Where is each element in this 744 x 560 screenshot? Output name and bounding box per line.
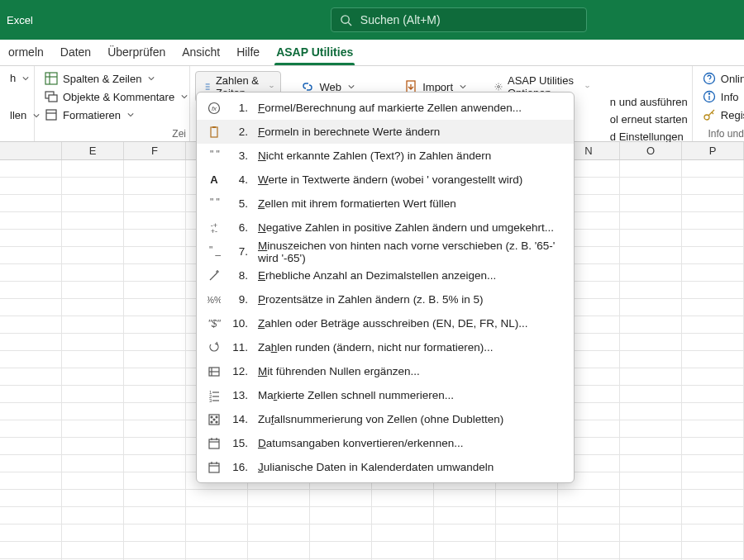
menu-item-7[interactable]: " _7.Minuszeichen von hinten nach vorne …	[197, 240, 574, 263]
ribbon-item-info[interactable]: Info	[701, 89, 744, 104]
cell[interactable]	[682, 386, 744, 402]
cell[interactable]	[62, 507, 124, 524]
cell[interactable]	[124, 524, 186, 541]
ribbon-item-online-faq[interactable]: Online-FAQ	[701, 71, 744, 86]
cell[interactable]	[124, 368, 186, 385]
cell[interactable]	[682, 542, 744, 558]
cell[interactable]	[124, 282, 186, 298]
cell[interactable]	[682, 507, 744, 524]
cell[interactable]	[682, 282, 744, 298]
cell[interactable]	[620, 160, 682, 177]
cell[interactable]	[620, 386, 682, 402]
cell[interactable]	[0, 299, 62, 316]
cell[interactable]	[0, 420, 62, 437]
cell[interactable]	[620, 264, 682, 281]
cell[interactable]	[124, 160, 186, 177]
cell[interactable]	[682, 524, 744, 541]
cell[interactable]	[0, 160, 62, 177]
cell[interactable]	[62, 264, 124, 281]
cell[interactable]	[682, 490, 744, 506]
menu-item-3[interactable]: " "3.Nicht erkannte Zahlen (Text?) in Za…	[197, 144, 574, 168]
cell[interactable]	[62, 230, 124, 246]
cell[interactable]	[620, 195, 682, 211]
cell[interactable]	[186, 542, 248, 558]
cell[interactable]	[124, 195, 186, 211]
cell[interactable]	[0, 438, 62, 454]
cell[interactable]	[620, 299, 682, 316]
menu-item-8[interactable]: 8.Erhebliche Anzahl an Dezimalstellen an…	[197, 263, 574, 287]
cell[interactable]	[62, 316, 124, 333]
cell[interactable]	[558, 542, 620, 558]
cell[interactable]	[62, 160, 124, 177]
cell[interactable]	[620, 334, 682, 350]
cell[interactable]	[124, 299, 186, 316]
cell[interactable]	[620, 438, 682, 454]
cell[interactable]	[0, 195, 62, 211]
cell[interactable]	[682, 316, 744, 333]
menu-item-5[interactable]: " "5.Zellen mit ihrem formatierten Wert …	[197, 192, 574, 216]
tab-asap-utilities[interactable]: ASAP Utilities	[268, 40, 361, 65]
cell[interactable]	[124, 403, 186, 420]
menu-item-9[interactable]: %%9.Prozentsätze in Zahlen ändern (z. B.…	[197, 287, 574, 311]
cell[interactable]	[62, 420, 124, 437]
cell[interactable]	[620, 524, 682, 541]
cell[interactable]	[0, 282, 62, 298]
cell[interactable]	[62, 542, 124, 558]
cell[interactable]	[558, 507, 620, 524]
cell[interactable]	[62, 524, 124, 541]
column-header[interactable]: E	[62, 142, 124, 159]
cell[interactable]	[0, 403, 62, 420]
cell[interactable]	[434, 542, 496, 558]
cell[interactable]	[620, 490, 682, 506]
cell[interactable]	[620, 230, 682, 246]
cell[interactable]	[248, 507, 310, 524]
cell[interactable]	[620, 542, 682, 558]
ribbon-item-registered[interactable]: Registrierte Ve	[701, 107, 744, 122]
ribbon-item-spalten-zeilen[interactable]: Spalten & Zeilen	[43, 71, 181, 86]
cell[interactable]	[620, 420, 682, 437]
cell[interactable]	[124, 472, 186, 489]
menu-item-6[interactable]: -++-6.Negative Zahlen in positive Zahlen…	[197, 216, 574, 240]
cell[interactable]	[620, 472, 682, 489]
cell[interactable]	[124, 178, 186, 194]
cell[interactable]	[682, 455, 744, 472]
cell[interactable]	[124, 542, 186, 558]
cell[interactable]	[558, 524, 620, 541]
cell[interactable]	[620, 507, 682, 524]
menu-item-10[interactable]: "$"10.Zahlen oder Beträge ausschreiben (…	[197, 311, 574, 335]
cell[interactable]	[434, 524, 496, 541]
menu-item-16[interactable]: 16.Julianische Daten in Kalenderdaten um…	[197, 455, 574, 479]
cell[interactable]	[124, 230, 186, 246]
ribbon-item-partial-1[interactable]: h	[8, 71, 26, 85]
menu-item-1[interactable]: fx1.Formel/Berechnung auf markierte Zell…	[197, 96, 574, 120]
cell[interactable]	[62, 247, 124, 263]
cell[interactable]	[0, 542, 62, 558]
ribbon-item-partial-2[interactable]: llen	[8, 108, 26, 122]
cell[interactable]	[124, 507, 186, 524]
cell[interactable]	[0, 316, 62, 333]
cell[interactable]	[62, 490, 124, 506]
search-box[interactable]: Suchen (Alt+M)	[331, 7, 587, 32]
cell[interactable]	[62, 351, 124, 368]
cell[interactable]	[0, 178, 62, 194]
cell[interactable]	[496, 542, 558, 558]
cell[interactable]	[62, 195, 124, 211]
column-header[interactable]: F	[124, 142, 186, 159]
ribbon-item-formatieren[interactable]: Formatieren	[43, 107, 181, 122]
cell[interactable]	[62, 368, 124, 385]
cell[interactable]	[620, 351, 682, 368]
cell[interactable]	[682, 299, 744, 316]
cell[interactable]	[434, 490, 496, 506]
cell[interactable]	[186, 507, 248, 524]
cell[interactable]	[124, 455, 186, 472]
cell[interactable]	[62, 299, 124, 316]
cell[interactable]	[0, 472, 62, 489]
menu-item-12[interactable]: 12.Mit führenden Nullen ergänzen...	[197, 359, 574, 383]
cell[interactable]	[682, 472, 744, 489]
cell[interactable]	[0, 386, 62, 402]
tab-ansicht[interactable]: Ansicht	[174, 40, 228, 65]
cell[interactable]	[372, 507, 434, 524]
cell[interactable]	[496, 507, 558, 524]
cell[interactable]	[0, 490, 62, 506]
cell[interactable]	[682, 420, 744, 437]
